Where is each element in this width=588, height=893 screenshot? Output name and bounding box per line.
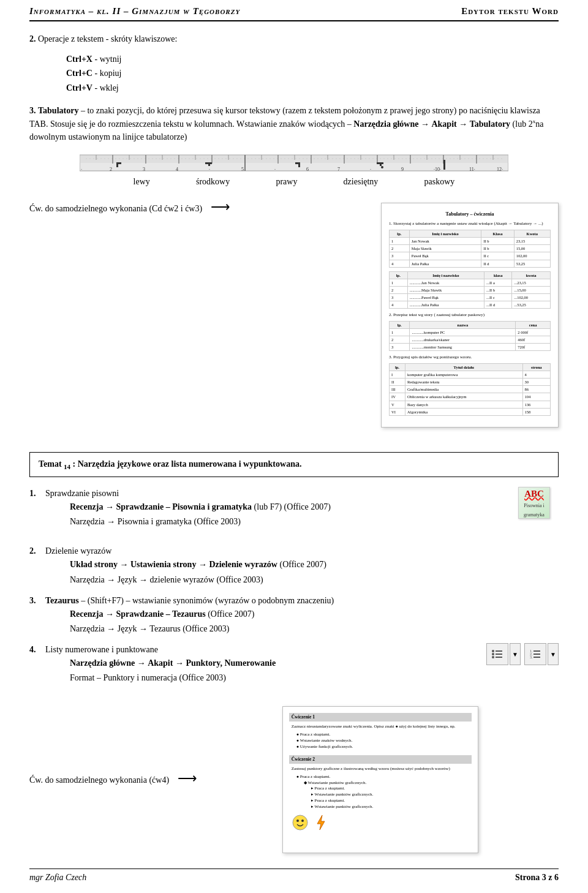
li1-text: Sprawdzanie pisowni Recenzja → Sprawdzan… (45, 487, 500, 530)
lightning-icon (312, 814, 330, 831)
dp-table3: lp.nazwacena 1............komputer PC2 0… (389, 321, 551, 351)
li-content-2: Dzielenie wyrazów Układ strony → Ustawie… (45, 544, 559, 587)
svg-rect-53 (496, 650, 502, 652)
dp-sub3: 3. Przygotuj spis działów wg poniższego … (389, 355, 551, 361)
li-content-1: Sprawdzanie pisowni Recenzja → Sprawdzan… (45, 487, 559, 538)
svg-text:3.: 3. (530, 655, 533, 659)
numbered-list-icon: 1. 2. 3. (524, 643, 546, 665)
footer-left: mgr Zofia Czech (29, 873, 86, 883)
shortcuts-block: Ctrl+X - wytnij Ctrl+C - kopiuj Ctrl+V -… (66, 52, 559, 96)
li3-sub2: Narzędzia → Język → Tezaurus (Office 200… (70, 622, 559, 636)
svg-text:·: · (274, 167, 276, 172)
tab-label-paskowy: paskowy (424, 177, 455, 187)
li-num-1: 1. (29, 487, 40, 538)
language-tools-list: 1. Sprawdzanie pisowni Recenzja → Sprawd… (29, 487, 559, 695)
svg-point-65 (296, 820, 299, 822)
dp-sub1: 1. Skorzystaj z tabulatorów a następnie … (389, 221, 551, 227)
cwiczenie2-bullets: ● Praca z skupiami. ◆ Wstawianie punktów… (296, 774, 469, 810)
tab-label-srodkowy: środkowy (196, 177, 230, 187)
dp-title: Tabulatory – ćwiczenia (389, 211, 551, 217)
numbered-list-dropdown[interactable]: ▼ (548, 643, 559, 665)
smiley-icon (292, 814, 309, 831)
temat14-text: Temat (39, 459, 62, 469)
header: Informatyka – kl. II – Gimnazjum w Tęgob… (29, 0, 559, 21)
li4-icon-part: ▼ 1. (486, 643, 559, 665)
bullet-list-icon (486, 643, 508, 665)
bullet-list-dropdown[interactable]: ▼ (510, 643, 521, 665)
li2-title: Dzielenie wyrazów (45, 546, 111, 556)
section3-num: 3. (29, 106, 36, 115)
li2-sub2: Narzędzia → Język → dzielenie wyrazów (O… (70, 573, 559, 587)
cwiczenie1-bullets: ● Praca z skupiami. ● Wstawianie znaków … (296, 732, 469, 750)
shortcut-paste: Ctrl+V - wklej (66, 81, 559, 96)
section2-heading: 2. Operacje z tekstem - skróty klawiszow… (29, 32, 559, 46)
svg-rect-47 (298, 162, 300, 167)
svg-text:11·: 11· (469, 167, 475, 172)
temat14-rest: : Narzędzia językowe oraz lista numerowa… (73, 459, 302, 469)
li1-sub2: Narzędzia → Pisownia i gramatyka (Office… (70, 515, 500, 529)
svg-text:·10·: ·10· (434, 167, 441, 172)
li1-icon-part: ABC Pisownia i gramatyka (510, 487, 559, 519)
abc-label2: gramatyka (524, 511, 545, 519)
temat14-sub: 14 (64, 462, 70, 470)
dp-table1: lp.Imię i nazwiskoKlasaKwota 1Jan NowakI… (389, 230, 551, 267)
footer: mgr Zofia Czech Strona 3 z 6 (29, 869, 559, 887)
svg-rect-63 (533, 657, 540, 658)
svg-text:·: · (81, 167, 82, 172)
svg-text:4: 4 (176, 167, 178, 172)
cwiczenie2-body: Zastosuj punktory graficzne z ilustrowan… (289, 766, 472, 831)
cwiczenie1-text: Zaznacz nieustandaryzowane znaki wylicze… (292, 724, 469, 730)
section3-heading: 3. Tabulatory – to znaki pozycji, do któ… (29, 104, 559, 144)
li4-icon-row: Listy numerowane i punktowane Narzędzia … (45, 643, 559, 686)
svg-point-56 (492, 656, 494, 658)
ruler-svg: · 2 3 4 · 5 · 6 7 · 9 ·10· 11· 12· (80, 153, 508, 173)
abc-label: Pisownia i (524, 502, 545, 510)
abc-text: ABC (524, 487, 544, 501)
svg-rect-57 (496, 657, 502, 658)
svg-text:·: · (209, 167, 210, 172)
svg-rect-51 (443, 160, 445, 170)
svg-point-66 (301, 820, 304, 822)
dp-sub2: 2. Przepisz tekst wg story ( zaatosuj ta… (389, 312, 551, 318)
svg-text:5: 5 (241, 167, 244, 172)
svg-point-50 (381, 166, 383, 168)
li1-icon-row: Sprawdzanie pisowni Recenzja → Sprawdzan… (45, 487, 559, 530)
svg-text:9: 9 (401, 167, 404, 172)
li-num-2: 2. (29, 544, 40, 587)
li1-sub1: Recenzja → Sprawdzanie – Pisownia i gram… (70, 500, 500, 514)
exercise-cw4-text: Ćw. do samodzielnego wykonania (ćw4) ⟶ (29, 768, 197, 788)
cwiczenie1-body: Zaznacz nieustandaryzowane znaki wylicze… (289, 724, 472, 750)
tab-label-dziesietny: dziesiętny (344, 177, 379, 187)
exercise-cw2-arrow: ⟶ (211, 199, 230, 214)
svg-rect-49 (380, 162, 382, 166)
li3-sub1: Recenzja → Sprawdzanie – Tezaurus (Offic… (70, 608, 559, 621)
svg-rect-43 (116, 162, 118, 167)
shortcut-copy: Ctrl+C - kopiuj (66, 66, 559, 81)
list-item-4: 4. Listy numerowane i punktowane Narzędz… (29, 643, 559, 695)
section2-num: 2. (29, 34, 36, 43)
svg-text:3: 3 (143, 167, 145, 172)
svg-text:12·: 12· (497, 167, 503, 172)
svg-rect-45 (208, 162, 210, 166)
svg-point-54 (492, 653, 494, 655)
li4-text: Listy numerowane i punktowane Narzędzia … (45, 643, 477, 686)
ruler-container: · 2 3 4 · 5 · 6 7 · 9 ·10· 11· 12· (80, 153, 508, 173)
li2-sub1: Układ strony → Ustawienia strony → Dziel… (70, 558, 559, 571)
tab-label-prawy: prawy (276, 177, 297, 187)
svg-rect-55 (496, 654, 502, 655)
doc-preview-tabulatory: Tabulatory – ćwiczenia 1. Skorzystaj z t… (381, 203, 559, 428)
list-item-2: 2. Dzielenie wyrazów Układ strony → Usta… (29, 544, 559, 587)
tab-type-labels: lewy środkowy prawy dziesiętny paskowy (110, 177, 478, 187)
svg-point-52 (492, 650, 494, 652)
li-num-4: 4. (29, 643, 40, 695)
li4-sub2: Format – Punktory i numeracja (Office 20… (70, 671, 477, 685)
li-content-4: Listy numerowane i punktowane Narzędzia … (45, 643, 559, 695)
exercise-cw4-label: Ćw. do samodzielnego wykonania (ćw4) (29, 775, 169, 785)
abc-icon: ABC Pisownia i gramatyka (518, 487, 550, 519)
li4-title: Listy numerowane i punktowane (45, 645, 158, 654)
svg-text:2: 2 (110, 167, 112, 172)
list-item-3: 3. Tezaurus – (Shift+F7) – wstawianie sy… (29, 594, 559, 637)
li1-title: Sprawdzanie pisowni (45, 489, 119, 498)
exercise-cw2-row: Ćw. do samodzielnego wykonania (Cd ćw2 i… (29, 197, 559, 440)
footer-right: Strona 3 z 6 (515, 873, 559, 883)
